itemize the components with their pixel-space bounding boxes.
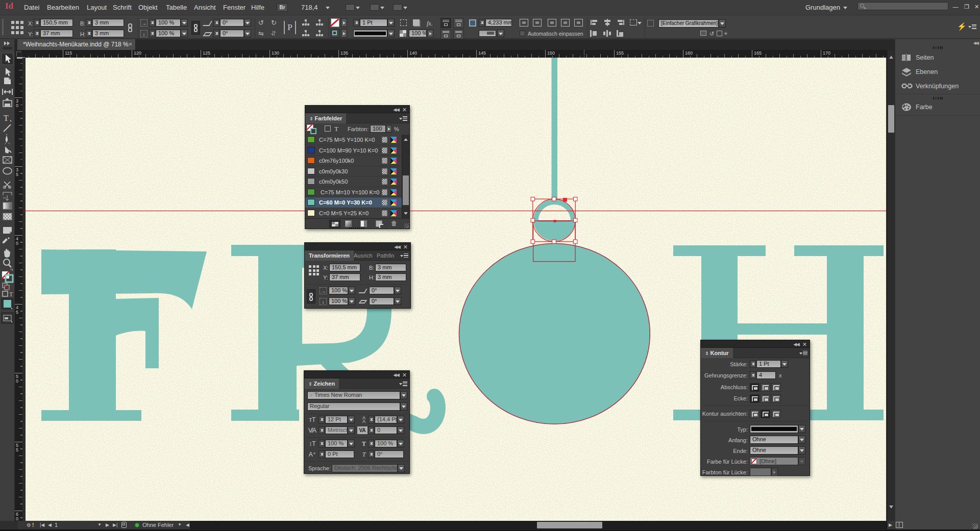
svg-text:T: T [4, 114, 9, 122]
svg-text:T: T [9, 291, 13, 298]
